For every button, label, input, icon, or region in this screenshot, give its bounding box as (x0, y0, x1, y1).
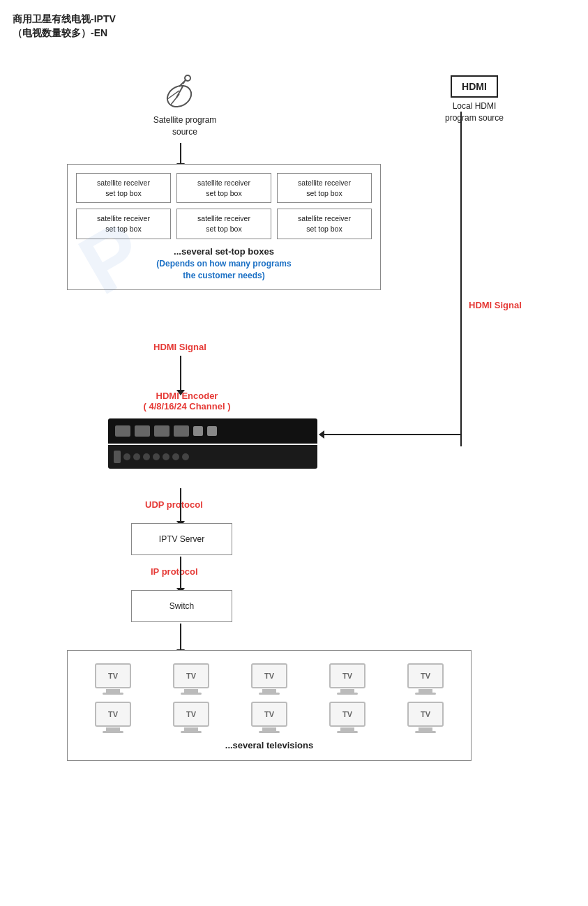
encoder-port-1 (115, 425, 130, 437)
stb-box-3: satellite receiverset top box (277, 173, 372, 203)
tv-screen-6: TV (95, 702, 131, 727)
tv-base-1 (103, 693, 123, 695)
tv-3: TV (234, 663, 305, 695)
tv-screen-10: TV (407, 702, 444, 727)
arrow-switch-to-tv (180, 624, 181, 650)
svg-point-2 (185, 75, 190, 81)
tv-screen-9: TV (329, 702, 365, 727)
tv-10: TV (390, 702, 461, 733)
enc-circle-5 (163, 453, 169, 460)
stb-box-6: satellite receiverset top box (277, 209, 372, 239)
hdmi-right-vertical-line (460, 112, 462, 446)
arrow-sat-to-stb (180, 143, 181, 164)
arrow-hdmi-to-encoder (319, 434, 460, 435)
tv-base-10 (415, 731, 436, 733)
tv-base-8 (259, 731, 280, 733)
stb-note: ...several set-top boxes (76, 246, 372, 257)
arrow-encoder-to-iptv (180, 488, 181, 522)
hdmi-signal-right: HDMI Signal (469, 300, 522, 310)
tv-2: TV (156, 663, 227, 695)
tv-screen-5: TV (407, 663, 444, 688)
encoder-port-sm-2 (207, 426, 217, 436)
tv-base-6 (103, 731, 123, 733)
tv-screen-3: TV (251, 663, 287, 688)
tv-base-9 (337, 731, 358, 733)
tv-6: TV (77, 702, 149, 733)
page-title: 商用卫星有线电视-IPTV （电视数量较多）-EN (13, 13, 116, 40)
udp-label: UDP protocol (145, 499, 203, 510)
satellite-icon (164, 70, 206, 112)
tv-5: TV (390, 663, 461, 695)
tv-9: TV (312, 702, 383, 733)
enc-circle-4 (153, 453, 160, 460)
hdmi-signal-left: HDMI Signal (153, 342, 206, 352)
tv-4: TV (312, 663, 383, 695)
hdmi-source: HDMI Local HDMIprogram source (432, 75, 516, 124)
tv-container: TV TV TV TV TV TV (67, 650, 472, 761)
encoder-port-sm-1 (193, 426, 203, 436)
stb-sub: (Depends on how many programsthe custome… (76, 258, 372, 282)
tv-grid-row2: TV TV TV TV TV (77, 702, 461, 733)
enc-circle-2 (133, 453, 140, 460)
encoder-port-4 (174, 425, 189, 437)
enc-circle-7 (182, 453, 189, 460)
enc-circle-6 (172, 453, 179, 460)
tv-base-7 (181, 731, 202, 733)
tv-8: TV (234, 702, 305, 733)
iptv-server-box: IPTV Server (131, 523, 232, 555)
tv-base-3 (259, 693, 280, 695)
switch-box: Switch (131, 590, 232, 622)
enc-btn-1 (114, 451, 121, 463)
tv-screen-1: TV (95, 663, 131, 688)
hdmi-box-label: HDMI (451, 75, 498, 98)
tv-1: TV (77, 663, 149, 695)
stb-container: satellite receiverset top box satellite … (67, 164, 381, 290)
encoder-port-3 (154, 425, 169, 437)
tv-grid-row1: TV TV TV TV TV (77, 663, 461, 695)
tv-screen-2: TV (173, 663, 209, 688)
stb-grid: satellite receiverset top box satellite … (76, 173, 372, 239)
tv-screen-8: TV (251, 702, 287, 727)
enc-circle-1 (123, 453, 130, 460)
stb-box-1: satellite receiverset top box (76, 173, 171, 203)
ip-label: IP protocol (151, 566, 198, 577)
enc-circle-3 (143, 453, 150, 460)
encoder-top-rack (108, 418, 317, 444)
stb-box-5: satellite receiverset top box (176, 209, 271, 239)
tv-base-4 (337, 693, 358, 695)
tv-note: ...several televisions (77, 740, 461, 750)
tv-screen-7: TV (173, 702, 209, 727)
encoder-bottom-rack (108, 445, 317, 469)
tv-base-5 (415, 693, 436, 695)
encoder-port-2 (135, 425, 150, 437)
encoder-device (108, 418, 317, 469)
tv-base-2 (181, 693, 202, 695)
stb-box-4: satellite receiverset top box (76, 209, 171, 239)
encoder-label: HDMI Encoder ( 4/8/16/24 Channel ) (117, 391, 257, 412)
tv-7: TV (156, 702, 227, 733)
arrow-iptv-to-switch (180, 557, 181, 589)
hdmi-source-label: Local HDMIprogram source (432, 100, 516, 124)
tv-screen-4: TV (329, 663, 365, 688)
satellite-label: Satellite program source (140, 114, 230, 138)
satellite-source: Satellite program source (140, 70, 230, 138)
arrow-stb-to-encoder (180, 356, 181, 391)
stb-box-2: satellite receiverset top box (176, 173, 271, 203)
